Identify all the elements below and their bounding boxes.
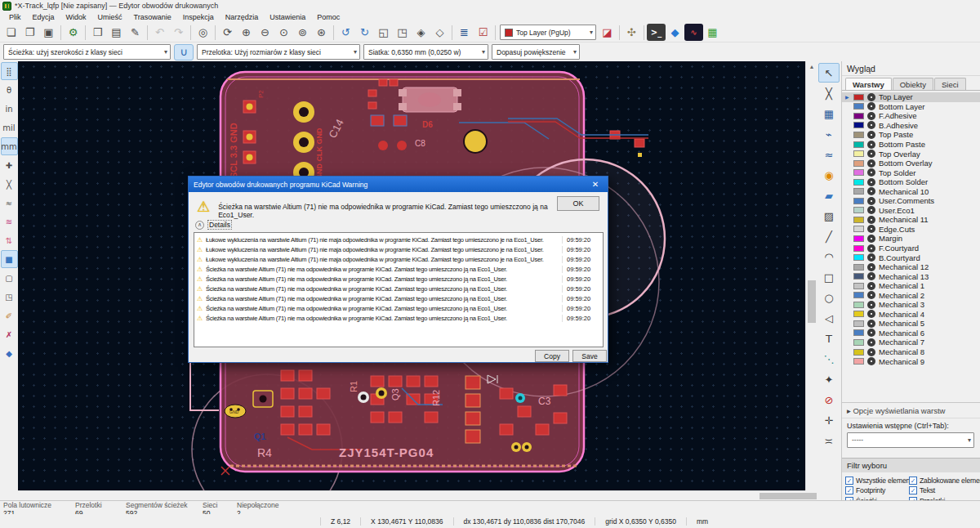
layer-row-edge-cuts[interactable]: Edge.Cuts bbox=[842, 225, 980, 235]
cursor-shape-icon[interactable]: ✚ bbox=[1, 156, 18, 174]
zoom-out-icon[interactable]: ⊖ bbox=[256, 24, 274, 41]
layer-manager-icon[interactable]: ◪ bbox=[598, 24, 617, 41]
board-setup-icon[interactable]: ⚙ bbox=[64, 24, 82, 41]
dialog-titlebar[interactable]: Edytor obwodów drukowanych programu KiCa… bbox=[189, 177, 608, 192]
rotate-cw-icon[interactable]: ↻ bbox=[355, 24, 374, 41]
layer-color-swatch[interactable] bbox=[853, 329, 864, 336]
layer-row-top-overlay[interactable]: Top Overlay bbox=[842, 149, 980, 159]
visibility-eye-icon[interactable] bbox=[867, 150, 875, 158]
ratsnest-hide-icon[interactable]: ╳ bbox=[1, 175, 18, 193]
layer-color-swatch[interactable] bbox=[853, 254, 864, 261]
layer-row-mechanical-12[interactable]: Mechanical 12 bbox=[842, 262, 980, 272]
layer-color-swatch[interactable] bbox=[853, 141, 864, 148]
save-button[interactable]: Save bbox=[572, 350, 607, 362]
layer-row-mechanical-10[interactable]: Mechanical 10 bbox=[842, 186, 980, 196]
visibility-eye-icon[interactable] bbox=[867, 263, 875, 271]
print-icon[interactable]: ▤ bbox=[107, 24, 126, 41]
menu-inspekcja[interactable]: Inspekcja bbox=[177, 12, 220, 22]
visibility-eye-icon[interactable] bbox=[867, 102, 875, 110]
zoom-in-icon[interactable]: ⊕ bbox=[237, 24, 256, 41]
visibility-eye-icon[interactable] bbox=[867, 216, 875, 224]
net-colors-icon[interactable]: ≋ bbox=[1, 213, 18, 230]
layer-row-mechanical-8[interactable]: Mechanical 8 bbox=[842, 347, 980, 357]
menu-trasowanie[interactable]: Trasowanie bbox=[128, 12, 177, 22]
visibility-eye-icon[interactable] bbox=[867, 310, 875, 318]
lock-icon[interactable]: ◈ bbox=[412, 24, 430, 41]
draw-circle-icon[interactable]: ○ bbox=[818, 288, 840, 307]
layer-row-mechanical-13[interactable]: Mechanical 13 bbox=[842, 271, 980, 281]
layer-row-user-comments[interactable]: User.Comments bbox=[842, 196, 980, 206]
filter-wszystkie-elementy[interactable]: ✓Wszystkie elementy bbox=[845, 477, 909, 485]
polar-coords-icon[interactable]: θ bbox=[1, 81, 18, 99]
zone-outline-mode-icon[interactable]: ▢ bbox=[1, 269, 18, 287]
open-board-icon[interactable]: ❐ bbox=[20, 24, 39, 41]
group-icon[interactable]: ◱ bbox=[374, 24, 393, 41]
warning-list-item[interactable]: ⚠Ścieżka na warstwie Altium (71) nie ma … bbox=[194, 284, 603, 293]
visibility-eye-icon[interactable] bbox=[867, 253, 875, 262]
via-sketch-mode-icon[interactable]: ✗ bbox=[1, 325, 18, 343]
zoom-fit-page-icon[interactable]: ⊙ bbox=[274, 24, 293, 41]
freeroute-icon[interactable]: ✣ bbox=[622, 24, 641, 41]
filter-zablokowane-elementy[interactable]: ✓Zablokowane elementy bbox=[909, 477, 980, 485]
canvas-horizontal-scrollbar[interactable] bbox=[18, 490, 805, 500]
visibility-eye-icon[interactable] bbox=[867, 291, 875, 299]
drill-origin-icon[interactable]: ✛ bbox=[818, 410, 840, 430]
close-icon[interactable]: ✕ bbox=[583, 177, 608, 192]
checkbox-checked-icon[interactable]: ✓ bbox=[909, 486, 917, 494]
scroll-up-arrow-icon[interactable]: ▲ bbox=[806, 61, 817, 71]
layer-color-swatch[interactable] bbox=[853, 150, 864, 157]
pad-sketch-mode-icon[interactable]: ✐ bbox=[1, 307, 18, 324]
filter-tekst[interactable]: ✓Tekst bbox=[909, 486, 980, 494]
layer-color-swatch[interactable] bbox=[853, 292, 864, 298]
layer-color-swatch[interactable] bbox=[853, 198, 864, 204]
layer-color-swatch[interactable] bbox=[853, 349, 864, 356]
layer-row-bottom-paste[interactable]: Bottom Paste bbox=[842, 140, 980, 150]
layer-row-top-layer[interactable]: ▶Top Layer bbox=[842, 92, 980, 102]
visibility-eye-icon[interactable] bbox=[867, 197, 875, 205]
ratsnest-curved-icon[interactable]: ≈ bbox=[1, 194, 18, 212]
menu-edycja[interactable]: Edycja bbox=[27, 12, 60, 22]
layer-row-f-adhesive[interactable]: F.Adhesive bbox=[842, 111, 980, 121]
ungroup-icon[interactable]: ◳ bbox=[393, 24, 412, 41]
refresh-icon[interactable]: ⟳ bbox=[218, 24, 237, 41]
visibility-eye-icon[interactable] bbox=[867, 206, 875, 214]
drc-check-icon[interactable]: ☑ bbox=[474, 24, 492, 41]
tab-warstwy[interactable]: Warstwy bbox=[845, 78, 892, 90]
tab-sieci[interactable]: Sieci bbox=[934, 78, 966, 90]
save-board-icon[interactable]: ▣ bbox=[39, 24, 58, 41]
via-size-select[interactable]: Przelotka: Użyj rozmiarów z klasy sieci … bbox=[197, 44, 360, 60]
find-icon[interactable]: ◎ bbox=[194, 24, 212, 41]
warning-list-item[interactable]: ⚠Ścieżka na warstwie Altium (71) nie ma … bbox=[194, 293, 603, 303]
visibility-eye-icon[interactable] bbox=[867, 235, 875, 243]
layer-row-f-courtyard[interactable]: F.Courtyard bbox=[842, 244, 980, 253]
warning-list-item[interactable]: ⚠Ścieżka na warstwie Altium (71) nie ma … bbox=[194, 303, 603, 313]
visibility-eye-icon[interactable] bbox=[867, 329, 875, 337]
add-leader-icon[interactable]: ⋱ bbox=[818, 349, 840, 369]
layer-color-swatch[interactable] bbox=[853, 302, 864, 308]
warning-list-item[interactable]: ⚠Łukowe wykluczenia na warstwie Altium (… bbox=[194, 244, 603, 254]
page-settings-icon[interactable]: ❒ bbox=[88, 24, 107, 41]
redo-icon[interactable]: ↷ bbox=[169, 24, 188, 41]
high-contrast-mode-icon[interactable]: ◆ bbox=[1, 344, 18, 362]
layer-color-swatch[interactable] bbox=[853, 283, 864, 289]
layer-row-bottom-overlay[interactable]: Bottom Overlay bbox=[842, 159, 980, 168]
layer-color-swatch[interactable] bbox=[853, 113, 864, 119]
layer-row-b-adhesive[interactable]: B.Adhesive bbox=[842, 121, 980, 131]
layer-color-swatch[interactable] bbox=[853, 122, 864, 128]
track-width-select[interactable]: Ścieżka: użyj szerokości z klasy sieci ▾ bbox=[3, 44, 171, 60]
interactive-delete-icon[interactable]: ⊘ bbox=[818, 390, 840, 409]
menu-widok[interactable]: Widok bbox=[60, 12, 92, 22]
scripting-console-icon[interactable]: >_ bbox=[647, 24, 666, 41]
layer-row-mechanical-7[interactable]: Mechanical 7 bbox=[842, 338, 980, 347]
layer-row-b-courtyard[interactable]: B.Courtyard bbox=[842, 253, 980, 262]
route-tracks-icon[interactable]: ⌁ bbox=[818, 124, 840, 144]
net-inspector-icon[interactable]: ≣ bbox=[455, 24, 474, 41]
layer-color-swatch[interactable] bbox=[853, 358, 864, 365]
draw-line-icon[interactable]: ╱ bbox=[818, 226, 840, 246]
visibility-eye-icon[interactable] bbox=[867, 244, 875, 253]
menu-ustawienia[interactable]: Ustawienia bbox=[264, 12, 311, 22]
zoom-select[interactable]: Dopasuj powiększenie ▾ bbox=[492, 44, 580, 60]
canvas-vertical-scrollbar[interactable]: ▲ bbox=[805, 61, 817, 490]
visibility-eye-icon[interactable] bbox=[867, 168, 875, 177]
layer-color-swatch[interactable] bbox=[853, 320, 864, 327]
